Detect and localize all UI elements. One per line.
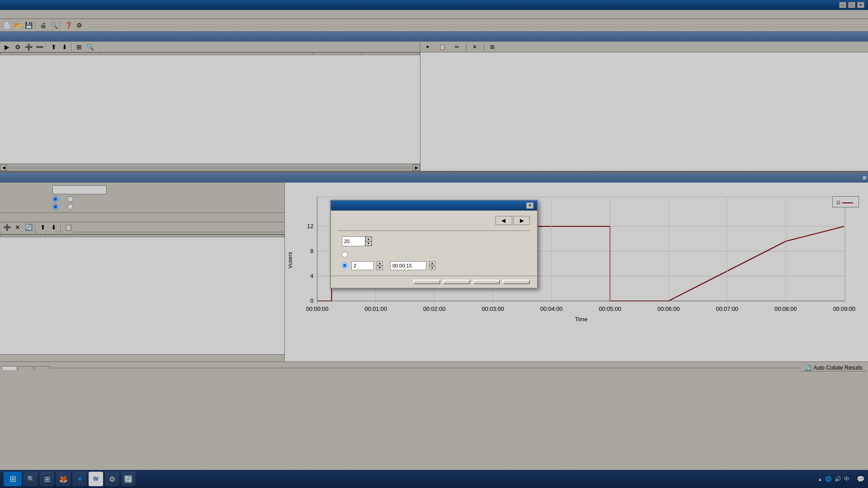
dialog-titlebar: ✕: [331, 201, 537, 211]
action-type-row: ◀ ▶: [338, 216, 530, 225]
previous-button[interactable]: ◀: [495, 216, 512, 225]
time-value-input[interactable]: [390, 261, 426, 270]
time-spinner-down[interactable]: ▼: [429, 266, 435, 270]
edit-action-dialog: ✕ ◀ ▶: [330, 200, 538, 289]
apply-button[interactable]: [503, 280, 530, 284]
vusers-every-row: ▲ ▼ ▲ ▼: [342, 261, 530, 270]
simultaneously-row: [342, 252, 530, 258]
time-spinner-up[interactable]: ▲: [429, 261, 435, 266]
time-spinner-btns: ▲ ▼: [429, 261, 435, 270]
nav-buttons-group: ◀ ▶: [495, 216, 530, 225]
vusers-spinner-down[interactable]: ▼: [377, 266, 383, 270]
options-area: ▲ ▼ ▲ ▼: [342, 252, 530, 270]
start-value-input[interactable]: [342, 237, 365, 245]
dialog-separator: [338, 230, 530, 231]
modal-overlay: ✕ ◀ ▶: [0, 0, 868, 488]
ok-button[interactable]: [443, 280, 470, 284]
start-spinner-down[interactable]: ▼: [365, 241, 372, 246]
previous-arrow-icon: ◀: [501, 217, 505, 224]
vusers-spinner-up[interactable]: ▲: [377, 261, 383, 266]
dialog-content: ◀ ▶ ▲ ▼: [331, 211, 537, 276]
vusers-every-radio[interactable]: [342, 263, 348, 268]
next-button[interactable]: ▶: [513, 216, 530, 225]
start-spinner-up[interactable]: ▲: [365, 237, 372, 241]
dialog-footer: [331, 276, 537, 288]
cancel-button[interactable]: [473, 280, 500, 284]
simultaneously-radio[interactable]: [342, 252, 348, 258]
vusers-spinner-btns: ▲ ▼: [377, 261, 383, 270]
help-button[interactable]: [413, 280, 440, 284]
vusers-count-input[interactable]: [351, 261, 374, 270]
time-spinner-group: ▲ ▼: [390, 261, 435, 270]
dialog-close-button[interactable]: ✕: [526, 202, 533, 209]
start-vusers-row: ▲ ▼: [338, 236, 530, 246]
next-arrow-icon: ▶: [520, 217, 524, 224]
vusers-spinner-group: ▲ ▼: [351, 261, 383, 270]
